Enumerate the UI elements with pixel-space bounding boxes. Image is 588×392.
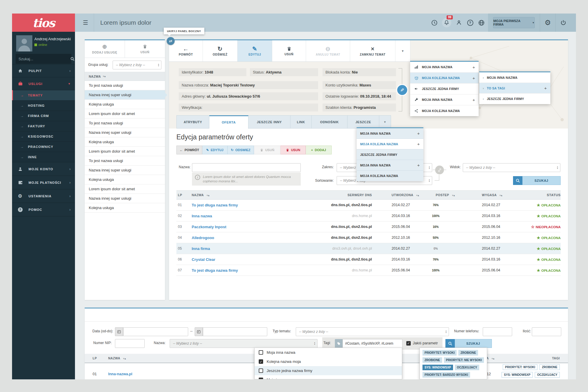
refresh-button[interactable]: ↻ODŚWIEŻ (203, 40, 238, 61)
param-checkbox[interactable]: ✓ (406, 341, 411, 346)
sidebar-item-moje-konto[interactable]: MOJE KONTO› (12, 162, 75, 176)
plus-icon[interactable]: + (417, 163, 420, 168)
sidebar-item-firma-crm[interactable]: →FIRMA CRM (12, 111, 75, 121)
delete-button[interactable]: USUŃ (272, 40, 306, 61)
list-item[interactable]: Nazwa innej super usługi (85, 194, 165, 203)
tag-option[interactable]: ZROBIONE (422, 357, 442, 363)
row-link[interactable]: Inna nazwa (192, 214, 301, 218)
menu-item[interactable]: MOJA INNA NAZWA+ (357, 128, 423, 139)
dropdown-option[interactable]: ✓Kolejna nazwa moja (255, 357, 402, 366)
szukaj-button[interactable]: SZUKAJ (513, 176, 561, 185)
sidebar-item-inne[interactable]: →INNE (12, 152, 75, 162)
menu-item[interactable]: MOJA KOLEJNA NAZWA (357, 171, 423, 181)
add-service-button[interactable]: ⊕ DODAJ USŁUGĘ (85, 40, 125, 58)
dropdown-option[interactable]: ✓Moja inna nazwa (255, 375, 402, 379)
plus-icon[interactable]: + (544, 86, 547, 91)
tag-option[interactable]: PRIORYTET: BARDZO WYSOKI (422, 372, 470, 378)
row-link[interactable]: Inna-nazwa.pl (108, 372, 132, 376)
sidebar-item-tematy[interactable]: →TEMATY (12, 90, 75, 100)
offer-add-button[interactable]: +DODAJ (306, 146, 332, 154)
type-select[interactable]: -- Wybierz z listy -- ▴▾ (296, 327, 449, 336)
row-link[interactable]: Paczkomaty Inpost (192, 225, 301, 229)
bottom-name-select[interactable]: -- Wybierz z listy -- ▴▾ (170, 339, 318, 348)
plus-icon[interactable]: + (417, 131, 420, 136)
checkbox-unchecked[interactable] (259, 368, 263, 373)
logout-power-icon[interactable] (556, 14, 571, 32)
services-list-header[interactable]: NAZWA ▾▴ (85, 72, 165, 81)
menu-item-selected[interactable]: MOJA KOLEJNA NAZWA+ (410, 73, 479, 84)
list-item[interactable]: To jest nazwa usługi (85, 119, 165, 128)
row-link[interactable]: Crystal Clear (192, 257, 301, 262)
list-item[interactable]: Kolejna usługa (85, 175, 165, 184)
checkbox-checked[interactable]: ✓ (259, 359, 263, 364)
plus-icon[interactable]: + (472, 97, 475, 102)
delete-service-button[interactable]: USUŃ (125, 40, 165, 58)
menu-item[interactable]: MOJA KOLEJNA NAZWA (410, 105, 479, 116)
tag-option[interactable]: OCZEKUJACY (455, 365, 479, 370)
tab-odnosnik[interactable]: ODNOŚNIK (312, 115, 348, 129)
col-header-tagi[interactable]: TAGI (552, 356, 560, 360)
bottom-szukaj-button[interactable]: SZUKAJ (445, 339, 492, 348)
sidebar-item-moje-platnosci[interactable]: MOJE PŁATNOŚCI› (12, 176, 75, 189)
list-item[interactable]: Kolejna usługa (85, 137, 165, 147)
menu-item[interactable]: MOJA INNA NAZWA+ (357, 160, 423, 171)
help-icon[interactable]: ? (467, 19, 474, 26)
table-row[interactable]: 06 Crystal Clear dns.tios.pl, dsn2.tios.… (176, 254, 561, 265)
phone-input[interactable] (483, 327, 512, 336)
search-icon[interactable] (70, 57, 75, 61)
col-header-wygasa[interactable]: WYGASA ▾▴ (482, 193, 526, 197)
tab-oferta[interactable]: OFERTA (209, 115, 248, 129)
table-row[interactable]: 01 To jest długa nazwa firmy dns.tios.pl… (176, 200, 561, 211)
tabs-more-button[interactable]: ▼ (379, 115, 391, 129)
tab-atrybuty[interactable]: ATRYBUTY (176, 115, 209, 129)
table-row-highlighted[interactable]: 05 Inna firma dns3.ovh.pl, dns4.ovh.pl 2… (176, 243, 561, 254)
language-globe-icon[interactable] (478, 19, 485, 26)
col-header-nazwa[interactable]: NAZWA ▾▴ (108, 356, 126, 360)
row-link[interactable]: To jest długa nazwa firmy (192, 268, 301, 273)
checkbox-unchecked[interactable] (259, 350, 263, 355)
plus-icon[interactable]: + (472, 65, 475, 70)
col-header-lp[interactable]: LP (93, 356, 97, 360)
menu-item[interactable]: JESZCZE JEDNA FIRMY (357, 149, 423, 160)
back-button[interactable]: ←POWRÓT (169, 40, 203, 61)
menu-item[interactable]: › JESZCZE JEDNA FIRMY (479, 94, 550, 104)
offer-delete-button[interactable]: USUN (280, 146, 306, 154)
company-switcher-button[interactable]: MOJA PIERWSZA FIRMA▼ (493, 17, 535, 28)
nip-input[interactable] (115, 339, 145, 348)
list-item[interactable]: Lorem ipsum dolor sit amet (85, 109, 165, 119)
name-filter-input[interactable] (192, 163, 301, 172)
user-icon[interactable] (455, 19, 462, 26)
menu-item-selected[interactable]: › TO SA TAGI+ (479, 83, 550, 94)
date-to-input[interactable] (203, 327, 267, 336)
col-header-lp[interactable]: LP (178, 193, 192, 197)
list-item[interactable]: To jest nazwa usługi (85, 156, 165, 166)
sidebar-item-pulpit[interactable]: PULPIT› (12, 64, 75, 77)
menu-hamburger-icon[interactable]: ☰ (77, 14, 94, 32)
table-row[interactable]: 03 Paczkomaty Inpost dns.tios.pl, dsn2.t… (176, 221, 561, 232)
settings-gear-icon[interactable]: ⚙ (540, 14, 555, 32)
list-item[interactable]: To jest nazwa usługi (85, 81, 165, 90)
calendar-icon[interactable] (195, 327, 203, 336)
col-header-postep[interactable]: POSTEP ▾▴ (436, 193, 482, 197)
widok-select[interactable]: -- Wybierz z listy -- ▴▾ (463, 163, 560, 172)
col-header-status[interactable]: STATUS (526, 193, 561, 197)
dropdown-option-hover[interactable]: Jeszcze jedna nazwa firmy (255, 366, 402, 375)
tab-jeszcze[interactable]: JESZCZE (348, 115, 379, 129)
row-link[interactable]: To jest długa nazwa firmy (192, 203, 301, 207)
link-chain-icon[interactable] (435, 166, 444, 174)
menu-item[interactable]: JESZCZE JEDNA FIRMY (410, 84, 479, 94)
tag-option-selected[interactable]: SYS: WINDOWSXP (422, 365, 453, 370)
tags-input[interactable] (343, 339, 402, 348)
row-link[interactable]: Alledrogooo (192, 236, 301, 240)
list-item[interactable]: Nazwa innej super usługi (85, 166, 165, 175)
col-header-dns[interactable]: SERWERY DNS (301, 193, 372, 197)
offer-back-button[interactable]: ←POWRÓT (176, 146, 202, 154)
sidebar-item-pomoc[interactable]: ? POMOC› (12, 203, 75, 216)
list-item[interactable]: Lorem ipsum dolor sit amet (85, 184, 165, 194)
hide-sidepanel-toggle-button[interactable]: ⇄ (167, 37, 175, 45)
tag-option[interactable]: ZROBIONE (458, 350, 478, 356)
menu-item[interactable]: MOJA INNA NAZWA+ (410, 62, 479, 73)
tab-link[interactable]: LINK (290, 115, 312, 129)
notifications-bell-icon[interactable]: 99 (442, 18, 451, 27)
col-header-utworzona[interactable]: UTWORZONA ▾▴ (372, 193, 436, 197)
